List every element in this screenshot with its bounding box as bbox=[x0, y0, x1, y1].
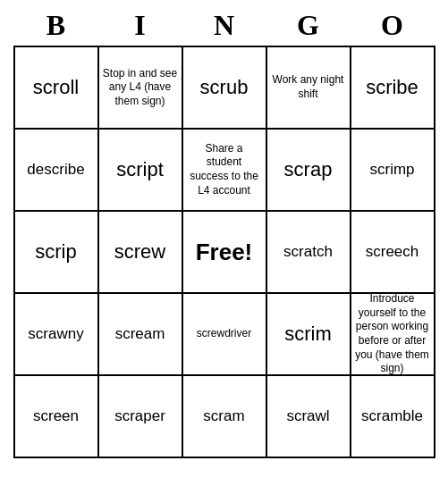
bingo-cell: scroll bbox=[15, 47, 99, 130]
bingo-cell: scrub bbox=[183, 47, 267, 130]
bingo-cell: scrawl bbox=[267, 376, 351, 458]
bingo-cell: scream bbox=[99, 294, 183, 376]
bingo-cell: scratch bbox=[267, 212, 351, 294]
bingo-cell: scrawny bbox=[15, 294, 99, 376]
header-letter: G bbox=[266, 9, 351, 42]
bingo-cell: scrap bbox=[267, 130, 351, 212]
bingo-cell: scribe bbox=[351, 47, 435, 130]
bingo-cell: script bbox=[99, 130, 183, 212]
bingo-cell: scraper bbox=[99, 376, 183, 458]
header-letter: B bbox=[14, 9, 98, 42]
bingo-cell: scram bbox=[183, 376, 267, 458]
bingo-cell: Stop in and see any L4 (have them sign) bbox=[99, 47, 183, 130]
bingo-header: BINGO bbox=[9, 9, 439, 42]
bingo-cell: scrimp bbox=[351, 130, 435, 212]
bingo-cell: Work any night shift bbox=[267, 47, 351, 130]
bingo-cell: screw bbox=[99, 212, 183, 294]
bingo-cell: Share a student success to the L4 accoun… bbox=[183, 130, 267, 212]
bingo-cell: Introduce yourself to the person working… bbox=[351, 294, 435, 376]
bingo-cell: scramble bbox=[351, 376, 435, 458]
bingo-grid: scrollStop in and see any L4 (have them … bbox=[13, 46, 435, 458]
bingo-cell: screen bbox=[15, 376, 99, 458]
header-letter: I bbox=[98, 9, 182, 42]
bingo-cell: describe bbox=[15, 130, 99, 212]
bingo-cell: Free! bbox=[183, 212, 267, 294]
bingo-cell: screwdriver bbox=[183, 294, 267, 376]
header-letter: O bbox=[351, 9, 435, 42]
bingo-cell: scrip bbox=[15, 212, 99, 294]
bingo-cell: screech bbox=[351, 212, 435, 294]
bingo-cell: scrim bbox=[267, 294, 351, 376]
header-letter: N bbox=[182, 9, 266, 42]
